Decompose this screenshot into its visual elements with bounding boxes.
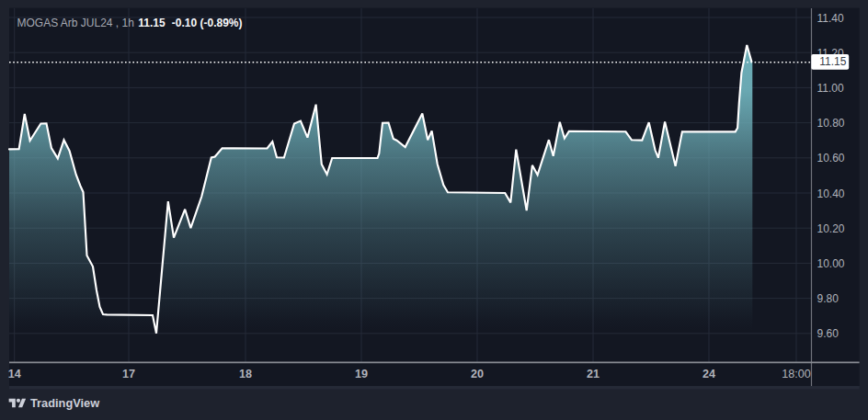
svg-text:TradingView: TradingView (30, 396, 99, 410)
svg-text:17: 17 (122, 368, 135, 380)
svg-text:-0.10 (-0.89%): -0.10 (-0.89%) (172, 17, 243, 29)
svg-text:21: 21 (587, 368, 600, 380)
svg-text:9.80: 9.80 (817, 292, 839, 305)
svg-text:14: 14 (8, 368, 21, 380)
svg-text:24: 24 (702, 368, 715, 380)
svg-text:10.40: 10.40 (817, 187, 845, 200)
svg-text:11.15: 11.15 (138, 17, 166, 29)
svg-text:11.00: 11.00 (817, 82, 844, 95)
svg-text:10.80: 10.80 (817, 117, 845, 130)
svg-text:9.60: 9.60 (817, 327, 839, 340)
svg-text:10.60: 10.60 (817, 152, 845, 165)
svg-text:10.00: 10.00 (817, 257, 845, 270)
svg-text:20: 20 (471, 368, 484, 380)
svg-text:11.40: 11.40 (817, 12, 844, 25)
svg-text:10.20: 10.20 (817, 222, 845, 235)
svg-text:18:00: 18:00 (782, 368, 811, 380)
svg-text:11.15: 11.15 (819, 55, 846, 68)
svg-text:18: 18 (239, 368, 252, 380)
svg-text:MOGAS Arb JUL24 , 1h: MOGAS Arb JUL24 , 1h (17, 17, 134, 29)
svg-text:19: 19 (355, 368, 368, 380)
